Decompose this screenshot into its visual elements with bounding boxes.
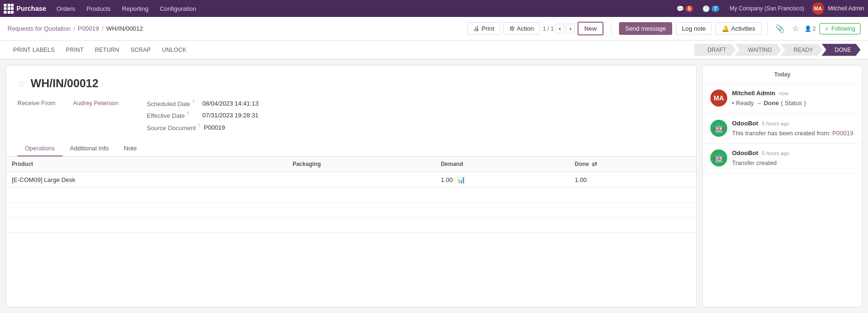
table-settings-icon[interactable]: ⇄ [592, 160, 597, 168]
status-change: • Ready → Done (Status) [732, 99, 854, 108]
msg-author-1: Mitchell Admin [732, 90, 775, 97]
clock-btn[interactable]: 🕐 7 [699, 3, 722, 14]
attachment-btn[interactable]: 📎 [773, 22, 787, 35]
status-from: Ready [736, 99, 754, 108]
receive-from-value[interactable]: Audrey Peterson [73, 99, 119, 107]
status-ready[interactable]: READY [780, 44, 822, 56]
print-labels-btn[interactable]: PRINT LABELS [8, 45, 60, 55]
nav-configuration[interactable]: Configuration [155, 3, 201, 14]
table-row-empty-1 [6, 188, 696, 203]
nav-products[interactable]: Products [82, 3, 115, 14]
effective-date-field: Effective Date ? 07/31/2023 19:28:31 [147, 111, 258, 119]
msg-header-1: Mitchell Admin now [732, 90, 854, 97]
chatter-msg-2: 🤖 OdooBot 5 hours ago This transfer has … [703, 114, 862, 144]
second-nav: Requests for Quotation / P00019 / WH/IN/… [0, 17, 868, 41]
chatter-msg-3: 🤖 OdooBot 5 hours ago Transfer created [703, 144, 862, 174]
breadcrumb: Requests for Quotation / P00019 / WH/IN/… [8, 25, 464, 32]
messages-badge: 5 [686, 6, 693, 12]
action-btn[interactable]: ⚙ Action [503, 22, 540, 35]
chatter-today-label: Today [703, 66, 862, 84]
table-row: [E-COM09] Large Desk 1.00 📊 1.00 [6, 172, 696, 188]
avatar-mitchell: MA [710, 90, 727, 107]
pagination-next[interactable]: › [566, 24, 575, 33]
scheduled-date-field: Scheduled Date ? 08/04/2023 14:41:13 [147, 99, 258, 107]
source-doc-help[interactable]: ? [198, 124, 201, 129]
msg-body-1: • Ready → Done (Status) [732, 99, 854, 108]
status-waiting[interactable]: WAITING [735, 44, 781, 56]
breadcrumb-sep2: / [102, 25, 104, 32]
send-message-btn[interactable]: Send message [619, 22, 672, 35]
top-nav: Purchase Orders Products Reporting Confi… [0, 0, 868, 17]
scheduled-date-help[interactable]: ? [192, 99, 195, 105]
breadcrumb-level2[interactable]: P00019 [78, 25, 99, 32]
receive-from-label: Receive From [17, 99, 69, 107]
nav-orders[interactable]: Orders [52, 3, 80, 14]
clock-badge: 7 [712, 6, 719, 12]
msg-link-p00019[interactable]: P00019 [832, 130, 853, 137]
following-btn[interactable]: ✓ Following [820, 23, 860, 34]
action-toolbar: PRINT LABELS PRINT RETURN SCRAP UNLOCK D… [0, 41, 868, 59]
status-done[interactable]: DONE [821, 44, 860, 56]
receive-from-field: Receive From Audrey Peterson [17, 99, 119, 107]
nav-reporting[interactable]: Reporting [117, 3, 153, 14]
app-logo[interactable]: Purchase [4, 4, 46, 14]
cell-product: [E-COM09] Large Desk [6, 172, 287, 188]
msg-header-3: OdooBot 5 hours ago [732, 149, 854, 156]
star-top-btn[interactable]: ☆ [790, 22, 801, 35]
activities-btn[interactable]: 🔔 Activities [715, 22, 761, 35]
cell-done: 1.00 [569, 172, 696, 188]
cell-demand: 1.00 📊 [435, 172, 569, 188]
status-draft[interactable]: DRAFT [694, 44, 736, 56]
print-btn[interactable]: 🖨 Print [467, 22, 500, 35]
main-layout: ☆ WH/IN/00012 Receive From Audrey Peters… [0, 59, 868, 313]
nav-actions: 🖨 Print ⚙ Action 1 / 1 ‹ › New [467, 22, 603, 35]
grid-icon [4, 4, 14, 14]
print-action-btn[interactable]: PRINT [60, 45, 89, 55]
table-row-empty-2 [6, 203, 696, 218]
col-done: Done ⇄ [569, 156, 696, 172]
form-header: ☆ WH/IN/00012 Receive From Audrey Peters… [6, 66, 696, 141]
cell-packaging [287, 172, 435, 188]
avatar-odoobot-2: 🤖 [710, 149, 727, 166]
status-field: Status [785, 99, 802, 108]
breadcrumb-root[interactable]: Requests for Quotation [8, 25, 71, 32]
user-avatar: MA [812, 2, 824, 15]
msg-time-2: 5 hours ago [762, 121, 789, 126]
unlock-btn[interactable]: UNLOCK [156, 45, 192, 55]
breadcrumb-sep1: / [73, 25, 75, 32]
msg-time-3: 5 hours ago [762, 150, 789, 156]
chatter-msg-1: MA Mitchell Admin now • Ready → Done (St… [703, 84, 862, 114]
pagination-prev[interactable]: ‹ [555, 24, 564, 33]
chatter: Today MA Mitchell Admin now • Ready → Do… [702, 65, 862, 307]
company-name: My Company (San Francisco) [726, 5, 808, 12]
forecast-icon[interactable]: 📊 [457, 176, 465, 183]
scrap-btn[interactable]: SCRAP [125, 45, 156, 55]
form-title: WH/IN/00012 [31, 77, 98, 90]
tab-additional-info[interactable]: Additional Info [63, 141, 116, 156]
avatar-odoobot-1: 🤖 [710, 120, 727, 137]
return-btn[interactable]: RETURN [89, 45, 125, 55]
table-row-empty-3 [6, 218, 696, 233]
scheduled-date-value: 08/04/2023 14:41:13 [202, 100, 258, 107]
breadcrumb-current: WH/IN/00012 [106, 25, 143, 32]
source-doc-value: P00019 [204, 124, 225, 131]
effective-date-help[interactable]: ? [186, 111, 189, 116]
form-title-row: ☆ WH/IN/00012 [17, 77, 685, 90]
divider2 [767, 22, 768, 36]
log-note-btn[interactable]: Log note [676, 22, 712, 35]
messages-btn[interactable]: 💬 5 [674, 3, 696, 14]
col-packaging: Packaging [287, 156, 435, 172]
msg-header-2: OdooBot 5 hours ago [732, 120, 854, 127]
msg-content-3: OdooBot 5 hours ago Transfer created [732, 149, 854, 168]
scheduled-date-label: Scheduled Date ? [147, 99, 199, 107]
operations-table: Product Packaging Demand Done ⇄ [E-COM09… [6, 156, 696, 250]
new-btn[interactable]: New [578, 22, 603, 35]
tab-operations[interactable]: Operations [17, 141, 63, 156]
effective-date-value: 07/31/2023 19:28:31 [202, 112, 258, 119]
pagination: 1 / 1 ‹ › [543, 24, 575, 33]
star-icon[interactable]: ☆ [17, 78, 26, 89]
tab-note[interactable]: Note [116, 141, 144, 156]
table-footer-row [6, 233, 696, 250]
status-pipeline: DRAFT WAITING READY DONE [694, 44, 860, 56]
users-btn[interactable]: 👤 2 [804, 25, 816, 32]
